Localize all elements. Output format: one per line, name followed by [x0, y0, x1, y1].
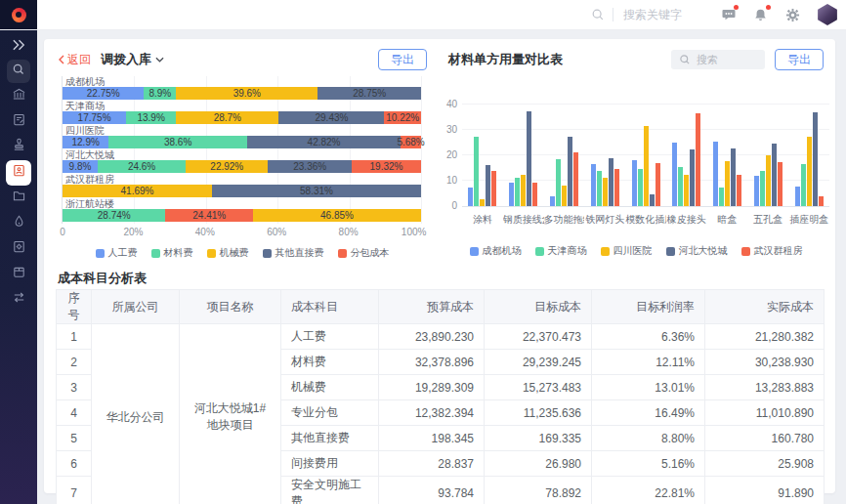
sidebar-item-bank[interactable]: [0, 84, 37, 108]
bar[interactable]: [568, 137, 572, 206]
bar[interactable]: [591, 164, 596, 206]
bar[interactable]: [486, 165, 490, 206]
bar[interactable]: [819, 196, 824, 206]
bar[interactable]: [795, 187, 800, 206]
message-icon[interactable]: [720, 7, 737, 23]
bar[interactable]: [813, 112, 818, 206]
legend-item[interactable]: 人工费: [96, 246, 138, 260]
bar-segment[interactable]: 13.9%: [126, 111, 176, 124]
bar[interactable]: [597, 171, 602, 206]
bar[interactable]: [684, 175, 689, 206]
bar[interactable]: [678, 167, 683, 206]
legend-item[interactable]: 武汉群租房: [741, 244, 803, 258]
bar-segment[interactable]: 24.6%: [98, 160, 186, 173]
bar-segment[interactable]: 5.68%: [401, 136, 421, 148]
bar[interactable]: [644, 126, 649, 206]
sidebar-item-clipboard-edit[interactable]: [0, 109, 37, 134]
bar-segment[interactable]: 28.74%: [63, 209, 165, 222]
bar[interactable]: [719, 188, 724, 206]
bar-segment[interactable]: 8.9%: [144, 87, 176, 100]
sidebar-item-transfer[interactable]: [0, 287, 37, 312]
sidebar-item-search[interactable]: [0, 59, 37, 83]
bar[interactable]: [614, 169, 619, 206]
bar[interactable]: [509, 183, 514, 206]
legend-item[interactable]: 四川医院: [601, 244, 653, 258]
sidebar-item-folder[interactable]: [0, 186, 37, 210]
bar[interactable]: [754, 176, 759, 206]
bar[interactable]: [650, 194, 655, 206]
legend-item[interactable]: 机械费: [207, 246, 249, 260]
bar[interactable]: [603, 178, 608, 206]
bar[interactable]: [532, 183, 537, 206]
bar[interactable]: [766, 155, 771, 206]
bar-segment[interactable]: 22.92%: [186, 160, 268, 173]
bar[interactable]: [760, 171, 765, 206]
bar-segment[interactable]: 39.6%: [176, 87, 317, 100]
bar[interactable]: [480, 199, 485, 206]
bar[interactable]: [690, 149, 695, 207]
bar[interactable]: [573, 152, 578, 206]
legend-item[interactable]: 材料费: [151, 246, 193, 260]
bar[interactable]: [491, 171, 496, 206]
bar[interactable]: [527, 111, 531, 206]
bar[interactable]: [515, 178, 520, 206]
bar-segment[interactable]: 38.6%: [108, 136, 247, 148]
bar[interactable]: [556, 159, 561, 206]
bar[interactable]: [807, 137, 812, 206]
bar[interactable]: [562, 186, 567, 206]
sidebar-item-clipboard-gear[interactable]: [0, 236, 37, 261]
bar-segment[interactable]: 29.43%: [278, 111, 384, 124]
bar-segment[interactable]: 28.7%: [176, 111, 278, 124]
bar[interactable]: [474, 137, 479, 207]
bar-segment[interactable]: 10.22%: [384, 111, 421, 124]
bar[interactable]: [731, 148, 736, 206]
sidebar-item-material[interactable]: [0, 160, 37, 185]
bar[interactable]: [778, 162, 783, 206]
global-search-input[interactable]: [621, 7, 733, 22]
bar-segment[interactable]: 23.36%: [268, 160, 352, 173]
bar-segment[interactable]: 19.32%: [352, 160, 421, 173]
material-search-box[interactable]: [671, 50, 765, 69]
bar-segment[interactable]: 22.75%: [63, 87, 144, 100]
bar[interactable]: [725, 161, 730, 206]
legend-item[interactable]: 分包成本: [338, 246, 390, 260]
bar[interactable]: [672, 143, 677, 206]
back-button[interactable]: 返回: [58, 52, 91, 68]
legend-item[interactable]: 河北大悦城: [666, 244, 728, 258]
export-button-right[interactable]: 导出: [775, 49, 824, 70]
bar[interactable]: [801, 164, 806, 206]
bar[interactable]: [656, 163, 660, 206]
legend-item[interactable]: 天津商场: [535, 244, 587, 258]
bar[interactable]: [521, 175, 526, 206]
bar-segment[interactable]: 28.75%: [317, 87, 421, 100]
bar-segment[interactable]: 9.8%: [63, 160, 98, 173]
app-logo[interactable]: [0, 0, 37, 29]
bar[interactable]: [737, 175, 741, 207]
legend-item[interactable]: 成都机场: [470, 244, 522, 258]
bar[interactable]: [632, 160, 637, 206]
bar-segment[interactable]: 58.31%: [212, 185, 421, 197]
bar-segment[interactable]: 17.75%: [63, 111, 126, 124]
bar-segment[interactable]: 41.69%: [63, 185, 212, 197]
bar[interactable]: [550, 196, 555, 206]
allocation-title-dropdown[interactable]: 调拨入库: [101, 51, 164, 68]
bar[interactable]: [468, 188, 473, 206]
global-search[interactable]: [591, 0, 733, 29]
bell-icon[interactable]: [752, 7, 769, 23]
material-search-input[interactable]: [695, 53, 757, 66]
bar-segment[interactable]: 12.9%: [63, 136, 108, 148]
bar[interactable]: [696, 113, 700, 206]
bar-segment[interactable]: 42.82%: [247, 136, 401, 148]
sidebar-item-stamp[interactable]: [0, 135, 37, 159]
gear-icon[interactable]: [784, 7, 801, 23]
sidebar-item-expand[interactable]: [0, 33, 37, 58]
sidebar-item-drop[interactable]: [0, 211, 37, 235]
bar[interactable]: [772, 144, 777, 206]
export-button-left[interactable]: 导出: [378, 49, 427, 70]
bar[interactable]: [609, 158, 613, 206]
bar-segment[interactable]: 24.41%: [165, 209, 253, 222]
legend-item[interactable]: 其他直接费: [263, 246, 324, 260]
sidebar-item-package[interactable]: [0, 262, 37, 286]
bar[interactable]: [713, 142, 718, 206]
bar-segment[interactable]: 46.85%: [253, 209, 421, 222]
